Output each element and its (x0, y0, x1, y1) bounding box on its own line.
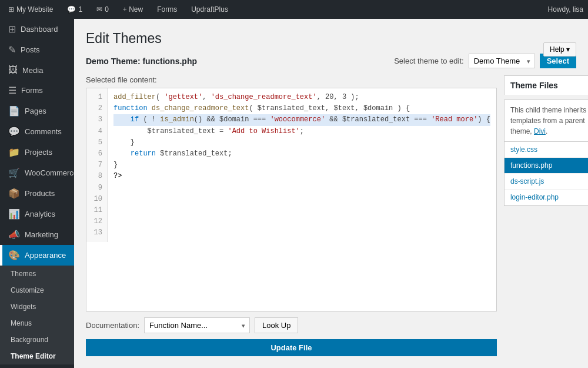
theme-file-login-editor-php[interactable]: login-editor.php (505, 190, 588, 205)
selected-file-label: Selected file content: (86, 75, 497, 84)
sidebar: ⊞ Dashboard ✎ Posts 🖼 Media ☰ Forms 📄 Pa… (0, 19, 74, 368)
theme-file-list: style.css functions.php ds-script.js log… (504, 141, 588, 206)
admin-bar-updraft[interactable]: UpdraftPlus (188, 0, 232, 19)
theme-files-panel: Theme Files This child theme inherits te… (504, 75, 588, 356)
sidebar-subitem-menus[interactable]: Menus (0, 315, 74, 331)
analytics-icon: 📊 (8, 208, 20, 220)
admin-bar: ⊞ My Website 💬 1 ✉ 0 + New Forms Updraft… (0, 0, 588, 19)
comments-icon: 💬 (8, 126, 20, 137)
media-icon: 🖼 (8, 65, 18, 75)
doc-bar: Documentation: Function Name... Look Up (86, 317, 497, 333)
page-title: Edit Themes (86, 31, 576, 47)
sidebar-item-woocommerce[interactable]: 🛒 WooCommerce (0, 163, 74, 183)
top-bar: Demo Theme: functions.php Select theme t… (86, 54, 576, 68)
line-numbers: 12345 678910 111213 (86, 88, 108, 242)
admin-bar-site[interactable]: ⊞ My Website (5, 0, 56, 19)
admin-bar-user: Howdy, lisa (548, 5, 583, 14)
theme-file-functions-php[interactable]: functions.php (505, 158, 588, 174)
admin-bar-comments[interactable]: 💬 1 (64, 0, 86, 19)
sidebar-item-dashboard[interactable]: ⊞ Dashboard (0, 19, 74, 39)
appearance-icon: 🎨 (8, 250, 20, 261)
woocommerce-icon: 🛒 (8, 167, 20, 178)
theme-select-wrapper: Demo Theme (469, 54, 535, 68)
update-file-button[interactable]: Update File (86, 339, 497, 356)
file-title: Demo Theme: functions.php (86, 57, 197, 66)
code-editor[interactable]: 12345 678910 111213 add_filter( 'gettext… (86, 88, 497, 311)
sidebar-item-comments[interactable]: 💬 Comments (0, 121, 74, 142)
posts-icon: ✎ (8, 44, 16, 55)
products-icon: 📦 (8, 188, 20, 199)
sidebar-item-analytics[interactable]: 📊 Analytics (0, 204, 74, 224)
lookup-button[interactable]: Look Up (255, 317, 298, 333)
admin-bar-forms[interactable]: Forms (153, 0, 181, 19)
pages-icon: 📄 (8, 105, 20, 117)
wp-icon: ⊞ (8, 5, 14, 14)
sidebar-item-plugins[interactable]: 🔌 Plugins (0, 364, 74, 368)
sidebar-item-pages[interactable]: 📄 Pages (0, 101, 74, 121)
admin-bar-new[interactable]: + New (119, 0, 146, 19)
code-content[interactable]: add_filter( 'gettext', 'ds_change_readmo… (108, 88, 496, 242)
projects-icon: 📁 (8, 147, 20, 158)
help-button[interactable]: Help ▾ (543, 42, 576, 57)
theme-select-dropdown[interactable]: Demo Theme (469, 54, 535, 68)
marketing-icon: 📣 (8, 229, 20, 240)
appearance-submenu: Themes Customize Widgets Menus Backgroun… (0, 266, 74, 364)
sidebar-item-marketing[interactable]: 📣 Marketing (0, 224, 74, 245)
parent-theme-link[interactable]: Divi (534, 127, 546, 135)
sidebar-subitem-widgets[interactable]: Widgets (0, 299, 74, 315)
content-area: Help ▾ Edit Themes Demo Theme: functions… (74, 19, 588, 368)
editor-section: Selected file content: 12345 678910 1112… (86, 75, 497, 356)
forms-icon: ☰ (8, 85, 16, 96)
sidebar-item-media[interactable]: 🖼 Media (0, 60, 74, 80)
theme-file-style-css[interactable]: style.css (505, 142, 588, 158)
function-name-select[interactable]: Function Name... (144, 317, 250, 333)
theme-select-label: Select theme to edit: (394, 57, 464, 65)
sidebar-item-projects[interactable]: 📁 Projects (0, 142, 74, 163)
dashboard-icon: ⊞ (8, 24, 16, 35)
function-name-select-wrapper: Function Name... (144, 317, 250, 333)
sidebar-subitem-customize[interactable]: Customize (0, 282, 74, 299)
content-body: Selected file content: 12345 678910 1112… (86, 75, 576, 356)
theme-files-title: Theme Files (504, 75, 588, 95)
sidebar-item-appearance[interactable]: 🎨 Appearance (0, 245, 74, 266)
sidebar-subitem-themes[interactable]: Themes (0, 266, 74, 282)
sidebar-item-posts[interactable]: ✎ Posts (0, 39, 74, 60)
sidebar-item-products[interactable]: 📦 Products (0, 183, 74, 204)
sidebar-item-forms[interactable]: ☰ Forms (0, 80, 74, 101)
theme-file-ds-script-js[interactable]: ds-script.js (505, 174, 588, 190)
admin-bar-messages[interactable]: ✉ 0 (93, 0, 112, 19)
doc-label: Documentation: (86, 321, 139, 330)
sidebar-subitem-theme-editor[interactable]: Theme Editor (0, 348, 74, 364)
sidebar-subitem-background[interactable]: Background (0, 331, 74, 348)
theme-files-desc: This child theme inherits templates from… (504, 100, 588, 141)
